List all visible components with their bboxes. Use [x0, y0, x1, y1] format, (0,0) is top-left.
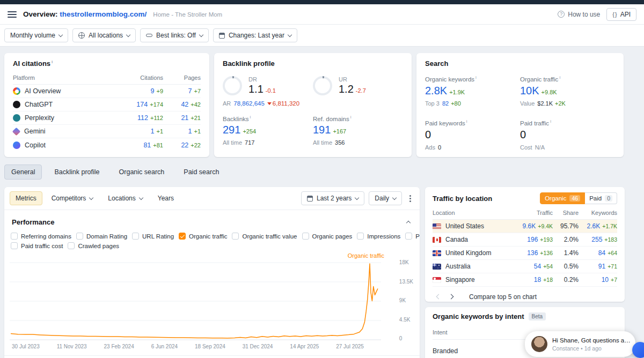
organic-traffic-link[interactable]: 10K [520, 85, 539, 97]
title-prefix: Overview: [23, 10, 60, 18]
traffic-link[interactable]: 9.6K [523, 222, 536, 230]
pages-link[interactable]: 42 [181, 101, 188, 108]
card-title: Traffic by location [433, 195, 492, 203]
how-to-use-link[interactable]: How to use [558, 11, 600, 18]
traffic-link[interactable]: 196 [527, 236, 538, 243]
pages-link[interactable]: 1 [188, 128, 192, 135]
metrics-toolbar: Metrics Competitors Locations Years Last… [4, 187, 420, 210]
backlinks-delta: +254 [243, 128, 256, 135]
traffic-link[interactable]: 18 [534, 276, 541, 284]
collapse-section-button[interactable] [405, 216, 412, 228]
table-row: Canada 196+193 2.0% 255+183 [433, 233, 617, 247]
kebab-icon [409, 195, 411, 197]
filter-bar: Monthly volume All locations Best links:… [0, 25, 644, 47]
organic-toggle-button[interactable]: Organic46 [540, 192, 585, 204]
triangle-down-icon [267, 102, 272, 105]
compare-top5-link[interactable]: Compare top 5 on chart [469, 293, 537, 301]
flag-australia-icon [433, 264, 441, 270]
chevron-down-icon [126, 32, 130, 36]
ar-label: AR [223, 100, 231, 107]
keywords-link[interactable]: 2.6K [587, 222, 601, 230]
metric-checkbox-paid-traffic-cost[interactable]: Paid traffic cost [11, 242, 63, 249]
metric-checkbox-organic-pages[interactable]: Organic pages [302, 233, 353, 240]
metric-checkbox-crawled-pages[interactable]: Crawled pages [68, 242, 119, 249]
pages-link[interactable]: 22 [181, 141, 188, 149]
platform-name: Perplexity [25, 114, 54, 122]
metric-checkbox-impressions[interactable]: Impressions [357, 233, 400, 240]
refdomains-label: Ref. domains [313, 115, 403, 122]
ur-label: UR [339, 76, 366, 83]
domain-link[interactable]: thestrollermomblog.com/ [60, 10, 147, 18]
citations-link[interactable]: 9 [151, 87, 155, 95]
years-button[interactable]: Years [152, 191, 180, 205]
card-title: Organic keywords by intent [433, 312, 524, 320]
gemini-icon [12, 128, 21, 136]
metric-checkbox-organic-traffic[interactable]: Organic traffic [179, 233, 227, 240]
next-page-button[interactable] [445, 293, 457, 301]
refdomains-link[interactable]: 191 [313, 124, 331, 136]
flag-singapore-icon [433, 277, 441, 283]
best-links-filter-label: Best links: Off [156, 32, 196, 39]
tab-organic-search[interactable]: Organic search [112, 165, 172, 180]
date-range-select[interactable]: Last 2 years [301, 191, 364, 205]
tab-paid-search[interactable]: Paid search [177, 165, 226, 180]
line-chart [10, 262, 381, 341]
pages-delta: +42 [191, 101, 201, 108]
ar-value-link[interactable]: 78,862,645 [233, 100, 265, 107]
citations-link[interactable]: 174 [136, 101, 148, 108]
keywords-link[interactable]: 255 [591, 236, 602, 243]
chat-launcher-button[interactable] [632, 342, 644, 358]
organic-keywords-link[interactable]: 2.8K [425, 85, 447, 97]
organic-traffic-delta: +9.8K [541, 89, 557, 95]
granularity-select[interactable]: Daily [369, 191, 402, 205]
chevron-down-icon [355, 195, 359, 199]
traffic-link[interactable]: 136 [527, 249, 538, 257]
table-row: Copilot 81+81 22+22 [13, 138, 201, 152]
metric-checkbox-domain-rating[interactable]: Domain Rating [76, 233, 127, 240]
citations-link[interactable]: 1 [151, 128, 155, 135]
organic-keywords-label: Organic keywords [425, 75, 520, 83]
tab-backlink-profile[interactable]: Backlink profile [47, 165, 106, 180]
chevron-down-icon [89, 195, 93, 199]
best-links-filter[interactable]: Best links: Off [140, 28, 209, 42]
backlinks-link[interactable]: 291 [223, 124, 240, 136]
top-strip [0, 0, 644, 4]
more-options-button[interactable] [406, 194, 414, 203]
beta-badge: Beta [529, 312, 546, 320]
top3-link[interactable]: 82 [442, 100, 449, 107]
chat-meta: Constance • 1d ago [552, 345, 632, 352]
menu-icon[interactable] [8, 11, 17, 18]
performance-title: Performance [12, 218, 54, 226]
keywords-link[interactable]: 91 [598, 263, 605, 270]
citations-link[interactable]: 112 [137, 114, 148, 122]
keywords-link[interactable]: 84 [598, 249, 605, 257]
column-pages: Pages [163, 74, 201, 81]
volume-filter[interactable]: Monthly volume [4, 28, 68, 42]
keywords-link[interactable]: 10 [602, 276, 609, 284]
table-row: AI Overview 9+9 7+7 [13, 85, 201, 98]
organic-count-badge: 46 [569, 195, 580, 202]
changes-filter[interactable]: Changes: Last year [213, 28, 297, 42]
pages-link[interactable]: 7 [188, 87, 192, 95]
locations-filter[interactable]: All locations [72, 28, 136, 42]
chat-widget[interactable]: Hi Shane, Got questions about... Constan… [525, 331, 635, 357]
citations-link[interactable]: 81 [143, 141, 151, 149]
traffic-link[interactable]: 54 [534, 263, 541, 270]
api-button[interactable]: {}API [606, 8, 636, 21]
platform-name: AI Overview [25, 87, 61, 95]
pages-link[interactable]: 21 [181, 114, 188, 122]
prev-page-button[interactable] [433, 293, 445, 301]
table-row: United Kingdom 136+136 1.4% 84+64 [433, 247, 617, 260]
tab-general[interactable]: General [4, 165, 42, 180]
locations-button[interactable]: Locations [102, 191, 148, 205]
share-value: 2.0% [553, 236, 579, 243]
competitors-button[interactable]: Competitors [46, 191, 99, 205]
metric-checkbox-url-rating[interactable]: URL Rating [132, 233, 174, 240]
ai-citations-card: AI citations Platform Citations Pages AI… [4, 53, 209, 157]
metrics-button[interactable]: Metrics [10, 191, 42, 205]
url-rating-gauge [313, 76, 332, 95]
metric-checkbox-paid-traffic[interactable]: Paid traffic [405, 233, 420, 240]
metric-checkbox-organic-traffic-value[interactable]: Organic traffic value [232, 233, 297, 240]
metric-checkbox-referring-domains[interactable]: Referring domains [11, 233, 71, 240]
paid-toggle-button[interactable]: Paid0 [585, 192, 617, 204]
